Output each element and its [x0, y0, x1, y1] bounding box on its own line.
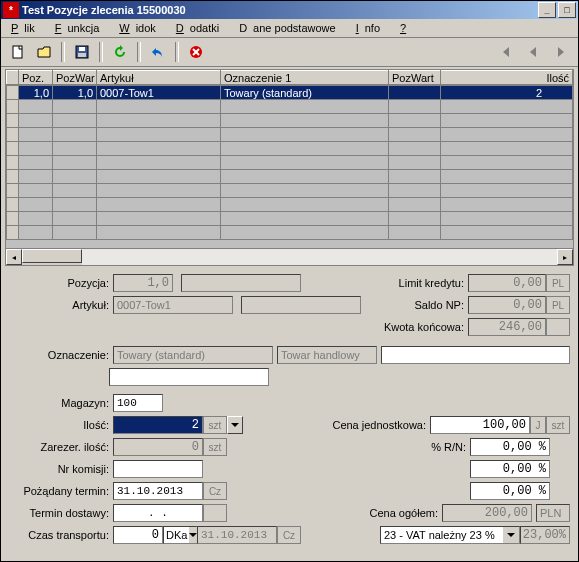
ilosc-dropdown[interactable]: [227, 416, 243, 434]
table-row[interactable]: [7, 156, 573, 170]
menu-widok[interactable]: Widok: [113, 21, 168, 35]
pozycja-field: 1,0: [113, 274, 173, 292]
dostawa-input[interactable]: . .: [113, 504, 203, 522]
table-row[interactable]: [7, 114, 573, 128]
label-komisja: Nr komisji:: [9, 463, 113, 475]
cancel-icon[interactable]: [185, 41, 207, 63]
rn3-input[interactable]: 0,00 %: [470, 482, 550, 500]
svg-rect-2: [79, 47, 85, 51]
refresh-icon[interactable]: [109, 41, 131, 63]
menu-dane[interactable]: Dane podstawowe: [233, 21, 348, 35]
grid[interactable]: Poz. PozWar Artykuł Oznaczenie 1 PozWart…: [5, 69, 574, 266]
scroll-left-icon[interactable]: ◂: [6, 249, 22, 265]
label-kwota: Kwota końcowa:: [364, 321, 468, 333]
cena-j: J: [530, 416, 546, 434]
maximize-button[interactable]: □: [558, 2, 576, 18]
undo-icon[interactable]: [147, 41, 169, 63]
ogolem-field: 200,00: [442, 504, 532, 522]
label-oznaczenie: Oznaczenie:: [9, 349, 113, 361]
oznaczenie-field: Towary (standard): [113, 346, 273, 364]
label-cena: Cena jednostkowa:: [316, 419, 430, 431]
zarezer-unit: szt: [203, 438, 227, 456]
termin-input[interactable]: 31.10.2013: [113, 482, 203, 500]
table-row[interactable]: [7, 184, 573, 198]
scroll-thumb[interactable]: [22, 249, 82, 263]
cena-unit: szt: [546, 416, 570, 434]
rn1-input[interactable]: 0,00 %: [470, 438, 550, 456]
save-icon[interactable]: [71, 41, 93, 63]
nav-prev-icon[interactable]: [522, 41, 544, 63]
col-poz[interactable]: Poz.: [19, 71, 53, 85]
menu-funkcja[interactable]: Funkcja: [49, 21, 112, 35]
label-magazyn: Magazyn:: [9, 397, 113, 409]
svg-rect-3: [78, 53, 86, 57]
new-doc-icon[interactable]: [7, 41, 29, 63]
table-row[interactable]: [7, 128, 573, 142]
limit-unit: PL: [546, 274, 570, 292]
table-row[interactable]: [7, 226, 573, 240]
label-termin: Pożądany termin:: [9, 485, 113, 497]
menu-plik[interactable]: Plik: [5, 21, 47, 35]
table-row[interactable]: [7, 198, 573, 212]
svg-rect-0: [13, 46, 22, 58]
termin-day: Cz: [203, 482, 227, 500]
transport-input[interactable]: 0: [113, 526, 163, 544]
ilosc-input[interactable]: 2: [113, 416, 203, 434]
komisja-input[interactable]: [113, 460, 203, 478]
artykul-field: 0007-Tow1: [113, 296, 233, 314]
label-artykul: Artykuł:: [9, 299, 113, 311]
label-rn: % R/N:: [356, 441, 470, 453]
menu-help[interactable]: ?: [394, 21, 412, 35]
table-row[interactable]: 1,0 1,0 0007-Tow1 Towary (standard) 2: [7, 86, 573, 100]
menu-dodatki[interactable]: Dodatki: [170, 21, 231, 35]
typ-towaru-field: Towar handlowy: [277, 346, 377, 364]
cena-input[interactable]: 100,00: [430, 416, 530, 434]
col-oznaczenie[interactable]: Oznaczenie 1: [221, 71, 389, 85]
vat-pct: 23,00%: [520, 526, 570, 544]
transport-date: 31.10.2013: [197, 526, 277, 544]
oznaczenie-input[interactable]: [381, 346, 570, 364]
col-rowhead[interactable]: [7, 71, 19, 85]
label-pozycja: Pozycja:: [9, 277, 113, 289]
magazyn-input[interactable]: 100: [113, 394, 163, 412]
col-pozwar[interactable]: PozWar: [53, 71, 97, 85]
oznaczenie2-input[interactable]: [109, 368, 269, 386]
nav-first-icon[interactable]: [494, 41, 516, 63]
menu-info[interactable]: Info: [350, 21, 392, 35]
h-scrollbar[interactable]: ◂ ▸: [6, 248, 573, 265]
saldo-field: 0,00: [468, 296, 546, 314]
table-row[interactable]: [7, 142, 573, 156]
limit-field: 0,00: [468, 274, 546, 292]
toolbar: [1, 38, 578, 67]
table-row[interactable]: [7, 170, 573, 184]
transport-day: Cz: [277, 526, 301, 544]
label-saldo: Saldo NP:: [384, 299, 468, 311]
label-zarezer: Zarezer. ilość:: [9, 441, 113, 453]
artykul-extra-field: [241, 296, 361, 314]
window-title: Test Pozycje zlecenia 15500030: [22, 4, 536, 16]
col-artykul[interactable]: Artykuł: [97, 71, 221, 85]
label-ogolem: Cena ogółem:: [348, 507, 442, 519]
saldo-unit: PL: [546, 296, 570, 314]
kwota-field: 246,00: [468, 318, 546, 336]
table-row[interactable]: [7, 212, 573, 226]
app-icon: *: [3, 2, 19, 18]
minimize-button[interactable]: _: [538, 2, 556, 18]
kwota-unit: [546, 318, 570, 336]
ogolem-ccy: PLN: [536, 504, 570, 522]
zarezer-field: 0: [113, 438, 203, 456]
label-transport: Czas transportu:: [9, 529, 113, 541]
table-row[interactable]: [7, 100, 573, 114]
label-limit: Limit kredytu:: [384, 277, 468, 289]
col-pozwart[interactable]: PozWart: [389, 71, 441, 85]
nav-next-icon[interactable]: [550, 41, 572, 63]
col-ilosc[interactable]: Ilość: [441, 71, 573, 85]
pozycja-extra-field: [181, 274, 301, 292]
dostawa-day: [203, 504, 227, 522]
vat-select[interactable]: 23 - VAT należny 23 %: [380, 526, 520, 544]
label-dostawa: Termin dostawy:: [9, 507, 113, 519]
scroll-right-icon[interactable]: ▸: [557, 249, 573, 265]
transport-unit-select[interactable]: DKa: [163, 526, 197, 544]
open-icon[interactable]: [33, 41, 55, 63]
rn2-input[interactable]: 0,00 %: [470, 460, 550, 478]
